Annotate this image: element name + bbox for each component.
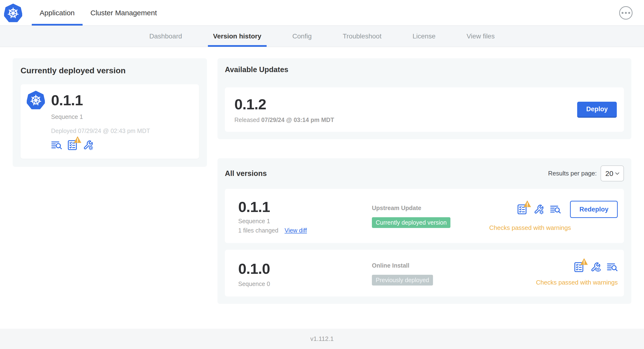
redeploy-button[interactable]: Redeploy <box>570 201 618 218</box>
status-badge-previously-deployed: Previously deployed <box>372 275 433 286</box>
all-versions-title: All versions <box>225 169 267 178</box>
version-source-label: Online Install <box>372 262 536 269</box>
subnav-label-license: License <box>412 32 436 40</box>
app-logo <box>4 0 32 26</box>
row-version-number: 0.1.1 <box>238 198 372 215</box>
view-diff-link[interactable]: View diff <box>284 227 307 234</box>
warning-triangle-icon <box>74 136 82 143</box>
tab-application[interactable]: Application <box>32 0 82 26</box>
update-released-date: Released 07/29/24 @ 03:14 pm MDT <box>234 116 334 124</box>
deployed-version-number: 0.1.1 <box>51 92 83 108</box>
row-sequence-label: Sequence 0 <box>238 280 372 288</box>
preflight-checks-icon[interactable] <box>67 140 78 151</box>
row-sequence-label: Sequence 1 <box>238 218 372 225</box>
chevron-down-icon <box>614 170 620 177</box>
results-per-page-value: 20 <box>605 170 613 178</box>
all-versions-card: All versions Results per page: 20 0.1.1 … <box>218 158 631 304</box>
deployed-date: Deployed 07/29/24 @ 02:43 pm MDT <box>51 128 192 134</box>
subnav-label-troubleshoot: Troubleshoot <box>343 32 382 40</box>
view-logs-icon[interactable] <box>607 262 618 272</box>
results-per-page-select[interactable]: 20 <box>600 166 624 182</box>
subnav-item-version-history[interactable]: Version history <box>203 26 272 47</box>
tab-application-label: Application <box>40 9 75 17</box>
version-history-page: Currently deployed version 0.1.1 Sequenc… <box>0 47 644 329</box>
deployed-date-prefix: Deployed <box>51 128 76 134</box>
version-row-0-1-1: 0.1.1 Sequence 1 1 files changed View di… <box>225 189 624 243</box>
deployed-sequence-label: Sequence 1 <box>51 114 192 120</box>
files-changed-label: 1 files changed <box>238 227 278 234</box>
subnav-item-license[interactable]: License <box>402 26 446 47</box>
available-updates-card: Available Updates 0.1.2 Released 07/29/2… <box>218 58 631 139</box>
ellipsis-icon <box>622 12 630 14</box>
more-menu-button[interactable] <box>619 6 632 20</box>
preflight-checks-icon[interactable] <box>516 204 528 215</box>
subnav-label-version-history: Version history <box>213 32 261 40</box>
subnav-label-dashboard: Dashboard <box>150 32 182 40</box>
edit-config-icon[interactable] <box>82 140 94 151</box>
preflight-checks-status[interactable]: Checks passed with warnings <box>536 279 618 286</box>
row-version-number: 0.1.0 <box>238 260 372 277</box>
app-icon <box>27 90 45 110</box>
available-updates-title: Available Updates <box>225 66 624 74</box>
kubernetes-logo-icon <box>4 3 22 23</box>
preflight-checks-icon[interactable] <box>573 262 584 272</box>
status-badge-currently-deployed: Currently deployed version <box>372 217 450 228</box>
subnav-item-dashboard[interactable]: Dashboard <box>139 26 193 47</box>
top-navbar: Application Cluster Management <box>0 0 644 26</box>
preflight-checks-status[interactable]: Checks passed with warnings <box>489 224 571 232</box>
deploy-button[interactable]: Deploy <box>577 102 617 118</box>
subnav-label-config: Config <box>292 32 312 40</box>
console-version: v1.112.1 <box>310 335 334 342</box>
released-prefix: Released <box>234 116 260 123</box>
currently-deployed-card: Currently deployed version 0.1.1 Sequenc… <box>13 58 207 167</box>
currently-deployed-title: Currently deployed version <box>20 66 199 75</box>
tab-cluster-management-label: Cluster Management <box>90 9 157 17</box>
released-date-value: 07/29/24 @ 03:14 pm MDT <box>261 116 334 123</box>
version-source-label: Upstream Update <box>372 204 489 212</box>
subnav-item-view-files[interactable]: View files <box>456 26 505 47</box>
app-subnav: Dashboard Version history Config Trouble… <box>0 26 644 47</box>
subnav-item-config[interactable]: Config <box>282 26 322 47</box>
view-logs-icon[interactable] <box>550 204 561 215</box>
warning-triangle-icon <box>523 200 531 208</box>
available-update-row: 0.1.2 Released 07/29/24 @ 03:14 pm MDT D… <box>225 87 624 132</box>
edit-config-icon[interactable] <box>533 204 544 215</box>
update-version-number: 0.1.2 <box>234 96 334 113</box>
app-footer: v1.112.1 <box>0 329 644 349</box>
view-config-icon[interactable] <box>590 262 601 272</box>
version-row-0-1-0: 0.1.0 Sequence 0 Online Install Previous… <box>225 250 624 296</box>
results-per-page-label: Results per page: <box>548 170 597 177</box>
view-logs-icon[interactable] <box>51 140 62 151</box>
deployed-date-value: 07/29/24 @ 02:43 pm MDT <box>78 128 150 134</box>
currently-deployed-version-panel: 0.1.1 Sequence 1 Deployed 07/29/24 @ 02:… <box>20 84 199 159</box>
tab-cluster-management[interactable]: Cluster Management <box>82 0 165 26</box>
subnav-label-view-files: View files <box>467 32 495 40</box>
warning-triangle-icon <box>580 258 588 265</box>
subnav-item-troubleshoot[interactable]: Troubleshoot <box>332 26 392 47</box>
